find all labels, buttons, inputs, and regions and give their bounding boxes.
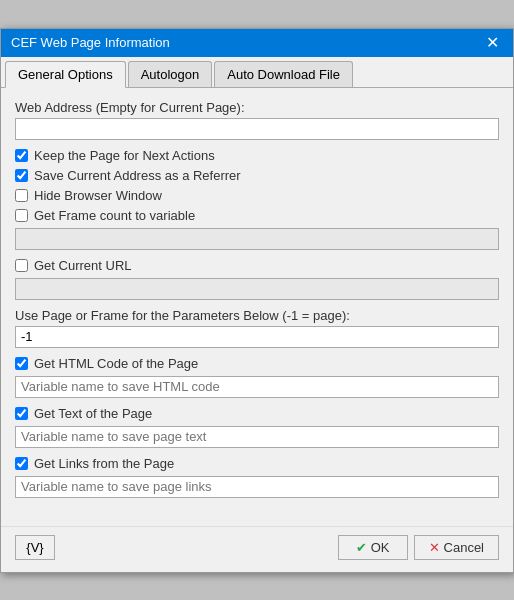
get-frame-label[interactable]: Get Frame count to variable [34,208,195,223]
save-address-row: Save Current Address as a Referrer [15,168,499,183]
get-current-url-row: Get Current URL [15,258,499,273]
get-html-checkbox[interactable] [15,357,28,370]
get-text-checkbox[interactable] [15,407,28,420]
hide-browser-row: Hide Browser Window [15,188,499,203]
use-page-group: Use Page or Frame for the Parameters Bel… [15,308,499,348]
save-address-checkbox[interactable] [15,169,28,182]
variables-button[interactable]: {V} [15,535,55,560]
hide-browser-label[interactable]: Hide Browser Window [34,188,162,203]
get-current-url-group: Get Current URL [15,258,499,300]
ok-button[interactable]: ✔ OK [338,535,408,560]
dialog-footer: {V} ✔ OK ✕ Cancel [1,526,513,572]
use-page-label: Use Page or Frame for the Parameters Bel… [15,308,499,323]
dialog-content: Web Address (Empty for Current Page): Ke… [1,88,513,518]
get-links-input[interactable] [15,476,499,498]
get-current-url-label[interactable]: Get Current URL [34,258,132,273]
dialog-window: CEF Web Page Information ✕ General Optio… [0,28,514,573]
get-html-row: Get HTML Code of the Page [15,356,499,371]
get-current-url-input[interactable] [15,278,499,300]
keep-page-label[interactable]: Keep the Page for Next Actions [34,148,215,163]
footer-right: ✔ OK ✕ Cancel [338,535,499,560]
get-text-row: Get Text of the Page [15,406,499,421]
ok-label: OK [371,540,390,555]
footer-left: {V} [15,535,55,560]
tab-general-options[interactable]: General Options [5,61,126,88]
dialog-title: CEF Web Page Information [11,35,170,50]
get-links-checkbox[interactable] [15,457,28,470]
close-button[interactable]: ✕ [482,35,503,51]
cancel-x-icon: ✕ [429,540,440,555]
save-address-label[interactable]: Save Current Address as a Referrer [34,168,241,183]
web-address-group: Web Address (Empty for Current Page): [15,100,499,140]
get-links-group: Get Links from the Page [15,456,499,498]
get-html-group: Get HTML Code of the Page [15,356,499,398]
get-links-row: Get Links from the Page [15,456,499,471]
tab-autologon[interactable]: Autologon [128,61,213,87]
get-current-url-checkbox[interactable] [15,259,28,272]
tab-bar: General Options Autologon Auto Download … [1,57,513,88]
web-address-label: Web Address (Empty for Current Page): [15,100,499,115]
cancel-label: Cancel [444,540,484,555]
get-html-input[interactable] [15,376,499,398]
get-text-group: Get Text of the Page [15,406,499,448]
title-bar: CEF Web Page Information ✕ [1,29,513,57]
keep-page-row: Keep the Page for Next Actions [15,148,499,163]
cancel-button[interactable]: ✕ Cancel [414,535,499,560]
hide-browser-checkbox[interactable] [15,189,28,202]
get-frame-group: Get Frame count to variable [15,208,499,250]
use-page-input[interactable] [15,326,499,348]
get-frame-row: Get Frame count to variable [15,208,499,223]
web-address-input[interactable] [15,118,499,140]
get-frame-checkbox[interactable] [15,209,28,222]
keep-page-checkbox[interactable] [15,149,28,162]
get-links-label[interactable]: Get Links from the Page [34,456,174,471]
get-text-input[interactable] [15,426,499,448]
ok-check-icon: ✔ [356,540,367,555]
tab-auto-download-file[interactable]: Auto Download File [214,61,353,87]
get-html-label[interactable]: Get HTML Code of the Page [34,356,198,371]
get-frame-input[interactable] [15,228,499,250]
get-text-label[interactable]: Get Text of the Page [34,406,152,421]
